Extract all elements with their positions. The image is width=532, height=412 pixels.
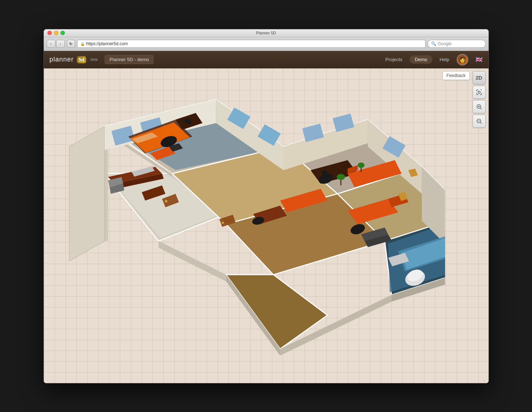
svg-marker-70 xyxy=(159,241,226,281)
feedback-button[interactable]: Feedback xyxy=(443,71,470,80)
forward-button[interactable]: › xyxy=(56,40,65,48)
url-text: https://planner5d.com xyxy=(86,41,128,46)
logo-badge: 5d xyxy=(77,56,86,63)
search-icon: 🔍 xyxy=(431,41,436,46)
user-avatar[interactable]: 👩 xyxy=(457,54,468,65)
zoom-out-button[interactable] xyxy=(473,115,486,128)
svg-marker-14 xyxy=(69,126,105,261)
beta-label: beta xyxy=(91,58,97,61)
language-flag[interactable]: 🇬🇧 xyxy=(476,56,483,63)
main-canvas[interactable]: Feedback 2D xyxy=(44,68,489,383)
floor-plan[interactable] xyxy=(51,79,445,376)
svg-line-80 xyxy=(480,122,481,123)
logo-area: planner 5d beta xyxy=(50,56,98,63)
floor-plan-svg xyxy=(51,79,445,376)
nav-buttons: ‹ › xyxy=(47,40,65,48)
search-placeholder: Google xyxy=(438,41,452,46)
svg-point-53 xyxy=(164,200,167,202)
svg-point-41 xyxy=(357,162,364,168)
logo-text: planner xyxy=(50,56,74,63)
nav-demo[interactable]: Demo xyxy=(410,55,432,64)
refresh-button[interactable]: ↻ xyxy=(67,40,75,48)
app-header: planner 5d beta Planner 5D - demo Projec… xyxy=(44,51,489,68)
security-icon: 🔒 xyxy=(80,42,85,46)
right-tools: 2D xyxy=(473,71,486,128)
window-title: Planner 5D xyxy=(256,31,276,35)
minimize-button[interactable] xyxy=(54,31,58,35)
screenshot-button[interactable] xyxy=(473,86,486,99)
project-selector[interactable]: Planner 5D - demo xyxy=(105,55,154,64)
view-2d-button[interactable]: 2D xyxy=(473,71,486,84)
svg-point-44 xyxy=(337,174,345,180)
svg-point-74 xyxy=(478,91,480,93)
search-bar[interactable]: 🔍 Google xyxy=(428,40,486,48)
nav-help[interactable]: Help xyxy=(440,57,449,62)
resize-handle[interactable]: ⌟ xyxy=(483,378,488,382)
header-nav: Projects Demo Help 👩 🇬🇧 xyxy=(385,54,482,65)
nav-projects[interactable]: Projects xyxy=(385,57,402,62)
title-bar: Planner 5D xyxy=(44,29,489,37)
address-bar[interactable]: 🔒 https://planner5d.com xyxy=(77,40,426,48)
traffic-lights xyxy=(47,31,65,35)
logo-badge-text: 5d xyxy=(79,57,84,63)
svg-line-76 xyxy=(480,108,481,109)
svg-point-69 xyxy=(221,221,224,224)
back-button[interactable]: ‹ xyxy=(47,40,55,48)
mac-window: Planner 5D ‹ › ↻ 🔒 https://planner5d.com… xyxy=(43,29,489,383)
close-button[interactable] xyxy=(47,31,52,35)
maximize-button[interactable] xyxy=(60,31,65,35)
zoom-in-button[interactable] xyxy=(473,100,486,113)
browser-bar: ‹ › ↻ 🔒 https://planner5d.com 🔍 Google xyxy=(44,37,489,51)
